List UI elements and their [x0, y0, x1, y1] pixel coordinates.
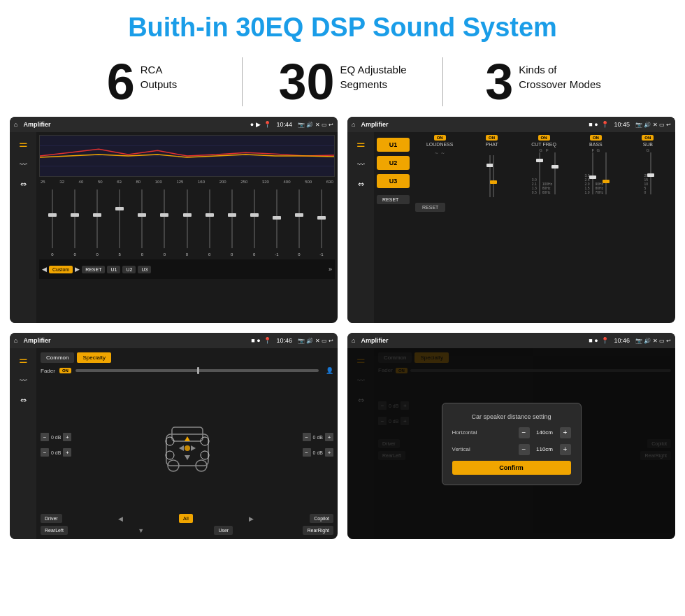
screen-eq: ⌂ Amplifier ● ▶ 📍 10:44 📷 🔊 ✕ ▭ ↩ ⚌ 〰 ⇔ [10, 117, 338, 323]
all-btn[interactable]: All [179, 514, 193, 523]
horizontal-plus[interactable]: + [560, 427, 571, 438]
amp-reset-btn[interactable]: RESET [377, 195, 410, 204]
fader-slider[interactable] [75, 369, 319, 372]
right-db1-minus[interactable]: − [303, 433, 311, 441]
svg-point-10 [201, 451, 209, 459]
cs-sidebar-icon-1[interactable]: ⚌ [19, 354, 28, 365]
cs-sidebar-icon-2[interactable]: 〰 [20, 376, 27, 385]
cs-icons: 📷 🔊 ✕ ▭ ↩ [298, 338, 333, 344]
right-db2-plus[interactable]: + [325, 448, 333, 457]
eq-prev-icon[interactable]: ◀ [42, 266, 47, 273]
rearleft-btn[interactable]: RearLeft [41, 526, 68, 535]
eq-u3-btn[interactable]: U3 [138, 266, 151, 273]
eq-sidebar-icon-1[interactable]: ⚌ [19, 138, 28, 149]
amp-sidebar-icon-2[interactable]: 〰 [357, 160, 365, 169]
loudness-on[interactable]: ON [434, 135, 446, 141]
eq-custom-btn[interactable]: Custom [49, 266, 73, 273]
right-arrow-icon[interactable]: ▶ [249, 515, 254, 522]
amp-controls: ON LOUDNESS ～～ ON PHAT [412, 132, 675, 323]
eq-u2-btn[interactable]: U2 [122, 266, 136, 273]
svg-point-9 [166, 451, 174, 459]
eq-slider-10[interactable]: 0 [244, 187, 265, 257]
bass-label: BASS [589, 142, 603, 147]
bass-on[interactable]: ON [590, 135, 602, 141]
cs-common-tab[interactable]: Common [41, 352, 74, 363]
svg-point-8 [201, 437, 209, 445]
ctrl-bass: ON BASS F G 3.02.52.01.51.0 90Hz80Hz70Hz [571, 135, 620, 197]
eq-left-sidebar: ⚌ 〰 ⇔ [10, 132, 36, 323]
eq-slider-4[interactable]: 5 [109, 187, 130, 257]
amp-u2-btn[interactable]: U2 [377, 156, 410, 170]
cs-home-icon[interactable]: ⌂ [14, 337, 17, 344]
copilot-btn[interactable]: Copilot [310, 514, 333, 523]
amp-u3-btn[interactable]: U3 [377, 174, 410, 188]
loudness-label: LOUDNESS [426, 142, 454, 147]
amp-sidebar-icon-3[interactable]: ⇔ [358, 180, 364, 189]
cs-location-icon: 📍 [264, 337, 271, 344]
fader-person-icon: 👤 [326, 367, 333, 374]
cs-sidebar-icon-3[interactable]: ⇔ [20, 396, 27, 405]
user-btn[interactable]: User [214, 526, 233, 535]
confirm-button[interactable]: Confirm [452, 461, 571, 475]
dialog-status-bar: ⌂ Amplifier ■ ● 📍 10:46 📷 🔊 ✕ ▭ ↩ [347, 333, 675, 348]
stat-number-eq: 30 [278, 57, 334, 107]
eq-slider-3[interactable]: 0 [87, 187, 108, 257]
stats-row: 6 RCAOutputs 30 EQ AdjustableSegments 3 … [0, 50, 685, 117]
eq-slider-7[interactable]: 0 [176, 187, 197, 257]
left-db1-plus[interactable]: + [63, 433, 71, 441]
cs-tabs: Common Specialty [41, 352, 333, 363]
phat-label: PHAT [486, 142, 498, 147]
dialog-time: 10:46 [614, 337, 630, 344]
eq-u1-btn[interactable]: U1 [107, 266, 120, 273]
vertical-plus[interactable]: + [560, 444, 571, 455]
fader-on-badge[interactable]: ON [59, 368, 71, 373]
stat-text-eq: EQ AdjustableSegments [340, 62, 407, 92]
eq-slider-13[interactable]: -1 [311, 187, 332, 257]
amp-left-sidebar: ⚌ 〰 ⇔ [347, 132, 374, 323]
right-db2-minus[interactable]: − [303, 448, 311, 457]
left-db2-plus[interactable]: + [63, 448, 71, 457]
eq-slider-12[interactable]: 0 [289, 187, 310, 257]
eq-title: Amplifier [23, 121, 245, 128]
rearright-btn[interactable]: RearRight [303, 526, 333, 535]
eq-sidebar-icon-2[interactable]: 〰 [20, 160, 27, 169]
eq-next-icon[interactable]: ▶ [75, 266, 80, 273]
eq-slider-11[interactable]: -1 [266, 187, 287, 257]
eq-slider-8[interactable]: 0 [199, 187, 220, 257]
phat-on[interactable]: ON [486, 135, 498, 141]
eq-more-icon[interactable]: » [329, 266, 332, 273]
vertical-minus[interactable]: − [519, 444, 530, 455]
eq-status-bar: ⌂ Amplifier ● ▶ 📍 10:44 📷 🔊 ✕ ▭ ↩ [10, 117, 338, 132]
down-arrow-icon[interactable]: ▼ [138, 527, 144, 534]
eq-slider-9[interactable]: 0 [222, 187, 243, 257]
cs-specialty-tab[interactable]: Specialty [77, 352, 110, 363]
left-db2-minus[interactable]: − [41, 448, 49, 457]
horizontal-minus[interactable]: − [519, 427, 530, 438]
cutfreq-label: CUT FREQ [531, 142, 556, 147]
eq-slider-5[interactable]: 0 [131, 187, 152, 257]
dialog-home-icon[interactable]: ⌂ [352, 337, 355, 344]
eq-slider-6[interactable]: 0 [154, 187, 175, 257]
eq-slider-1[interactable]: 0 [42, 187, 63, 257]
eq-slider-2[interactable]: 0 [64, 187, 85, 257]
cutfreq-on[interactable]: ON [538, 135, 550, 141]
ctrl-cutfreq: ON CUT FREQ G F 3.02.11.30.5 100Hz80Hz60… [519, 135, 568, 197]
home-icon[interactable]: ⌂ [14, 121, 17, 128]
amp-u1-btn[interactable]: U1 [377, 138, 410, 152]
eq-sidebar-icon-3[interactable]: ⇔ [20, 180, 27, 189]
eq-reset-btn[interactable]: RESET [82, 266, 105, 273]
ctrl-sub: ON SUB G 20151050 [623, 135, 672, 197]
amp-home-icon[interactable]: ⌂ [352, 121, 355, 128]
left-db1-minus[interactable]: − [41, 433, 49, 441]
driver-btn[interactable]: Driver [41, 514, 62, 523]
left-arrow-icon[interactable]: ◀ [118, 515, 123, 522]
sub-on[interactable]: ON [642, 135, 654, 141]
svg-marker-12 [185, 436, 190, 441]
stat-crossover: 3 Kinds ofCrossover Modes [443, 57, 643, 107]
right-db1-plus[interactable]: + [325, 433, 333, 441]
amp-main-reset-btn[interactable]: RESET [415, 203, 445, 212]
amp-sidebar-icon-1[interactable]: ⚌ [356, 138, 366, 149]
screen-amp: ⌂ Amplifier ■ ● 📍 10:45 📷 🔊 ✕ ▭ ↩ ⚌ 〰 ⇔ … [347, 117, 675, 323]
cs-bottom-buttons: Driver ◀ All ▶ Copilot [41, 514, 333, 523]
eq-main-area: 253240506380100125160200250320400500630 … [36, 132, 338, 323]
